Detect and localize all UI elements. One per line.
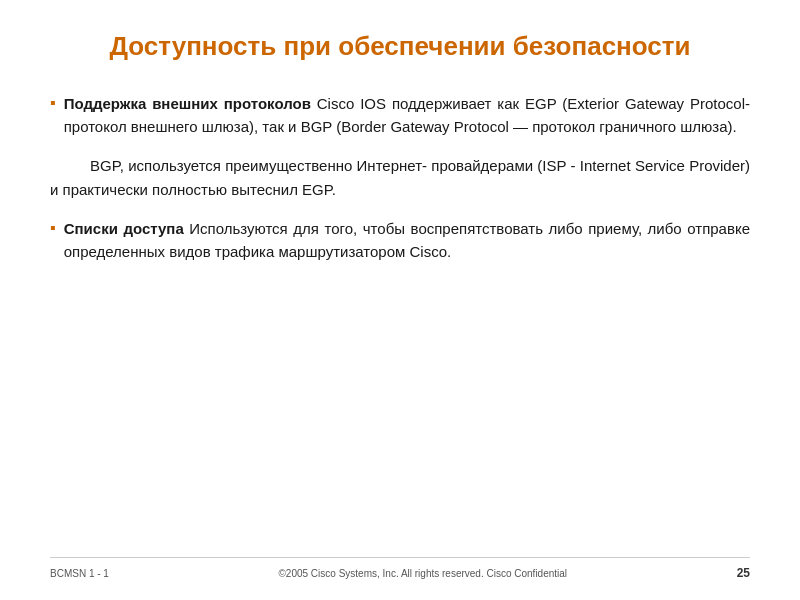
slide: Доступность при обеспечении безопасности… bbox=[0, 0, 800, 600]
bullet-icon-1: ▪ bbox=[50, 94, 56, 112]
paragraph-2: BGP, используется преимущественно Интерн… bbox=[50, 154, 750, 201]
paragraph-1: Поддержка внешних протоколов Cisco IOS п… bbox=[64, 92, 750, 139]
slide-title: Доступность при обеспечении безопасности bbox=[50, 30, 750, 64]
bullet-section-2: ▪ Списки доступа Используются для того, … bbox=[50, 217, 750, 264]
paragraph-3: Списки доступа Используются для того, чт… bbox=[64, 217, 750, 264]
bullet-section-1: ▪ Поддержка внешних протоколов Cisco IOS… bbox=[50, 92, 750, 139]
slide-footer: BCMSN 1 - 1 ©2005 Cisco Systems, Inc. Al… bbox=[50, 557, 750, 580]
bullet-icon-2: ▪ bbox=[50, 219, 56, 237]
footer-left: BCMSN 1 - 1 bbox=[50, 568, 109, 579]
slide-content: ▪ Поддержка внешних протоколов Cisco IOS… bbox=[50, 92, 750, 557]
indent-section: BGP, используется преимущественно Интерн… bbox=[50, 154, 750, 201]
footer-page-number: 25 bbox=[737, 566, 750, 580]
bold-prefix-1: Поддержка внешних протоколов bbox=[64, 95, 311, 112]
footer-center: ©2005 Cisco Systems, Inc. All rights res… bbox=[119, 568, 727, 579]
bold-prefix-2: Списки доступа bbox=[64, 220, 184, 237]
